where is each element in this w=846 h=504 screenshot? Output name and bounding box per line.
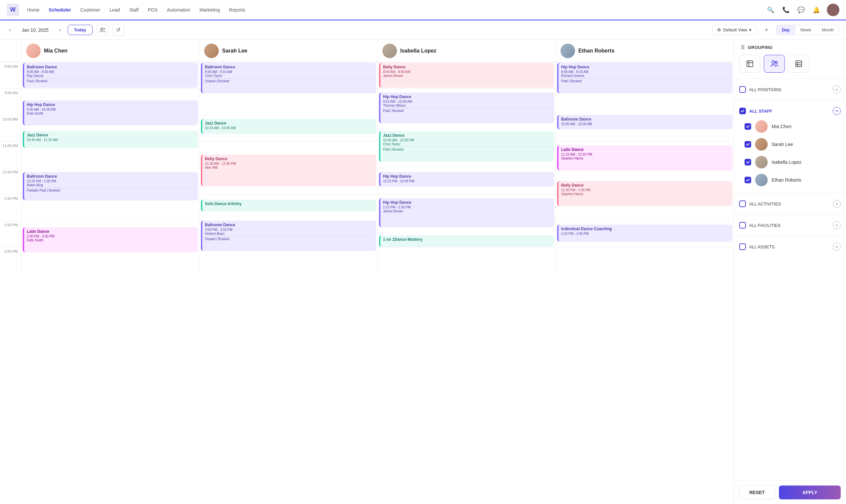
- event-latin-mia[interactable]: Latin Dance 2:30 PM - 3:30 PM Kells Smit…: [23, 227, 198, 252]
- all-positions-add[interactable]: +: [833, 86, 841, 93]
- event-title: Hip Hop Dance: [383, 94, 551, 99]
- building-icon-btn[interactable]: [739, 55, 760, 73]
- time-slot: 11:00 AM: [0, 141, 21, 168]
- grouping-title: GROUPING: [748, 45, 773, 50]
- prev-date-button[interactable]: ‹: [6, 26, 14, 34]
- reset-button[interactable]: RESET: [739, 486, 775, 499]
- nav-lead[interactable]: Lead: [110, 7, 120, 13]
- event-belly-sarah[interactable]: Belly Dance 11:30 AM - 12:45 PM Alex Wil…: [201, 155, 376, 186]
- svg-rect-13: [796, 61, 802, 67]
- event-staff: James Brown: [383, 74, 551, 78]
- event-title: Latin Dance: [27, 229, 195, 234]
- all-activities-checkbox[interactable]: [739, 200, 746, 207]
- event-hiphop-ethan[interactable]: Hip Hop Dance 8:00 AM - 9:15 AM Richard …: [557, 63, 732, 93]
- star-button[interactable]: ✦: [760, 24, 772, 36]
- event-jazz-mia[interactable]: Jazz Dance 10:45 AM - 11:15 AM: [23, 131, 198, 148]
- all-assets-label: ALL ASSETS: [749, 245, 775, 249]
- all-activities-row: ALL ACTIVITIES +: [739, 197, 841, 210]
- logo: W: [6, 4, 19, 16]
- event-title: Hip Hop Dance: [383, 174, 551, 179]
- event-title: Ballroom Dance: [27, 65, 195, 69]
- event-coaching-ethan[interactable]: Individual Dance Coaching 2:15 PM - 2:45…: [557, 224, 732, 242]
- all-facilities-checkbox[interactable]: [739, 222, 746, 229]
- event-title: Hip Hop Dance: [561, 65, 730, 69]
- sidebar-bottom: RESET APPLY: [734, 481, 846, 504]
- event-latin-ethan[interactable]: Latin Dance 11:15 AM - 12:15 PM Stephen …: [557, 145, 732, 170]
- staff-toggle-button[interactable]: [96, 24, 108, 36]
- event-solo-sarah[interactable]: Solo Dance Artistry: [201, 199, 376, 211]
- event-hiphop3-isabella[interactable]: Hip Hop Dance 1:15 PM - 2:30 PM James Br…: [379, 198, 554, 227]
- nav-scheduler[interactable]: Scheduler: [49, 7, 71, 13]
- nav-reports[interactable]: Reports: [229, 7, 245, 13]
- day-view-button[interactable]: Day: [777, 25, 795, 35]
- staff-name-ethan: Ethan Roberts: [578, 48, 614, 54]
- event-ballroom2-mia[interactable]: Ballroom Dance 12:20 PM - 1:30 PM Adam B…: [23, 172, 198, 200]
- event-belly-ethan[interactable]: Belly Dance 12:30 PM - 1:30 PM Stephen H…: [557, 181, 732, 206]
- all-assets-row: ALL ASSETS +: [739, 240, 841, 253]
- event-hiphop-isabella[interactable]: Hip Hop Dance 9:15 AM - 10:30 AM Thomas …: [379, 92, 554, 123]
- event-title: Individual Dance Coaching: [561, 227, 730, 231]
- nav-automation[interactable]: Automation: [167, 7, 190, 13]
- mia-checkbox[interactable]: [744, 123, 751, 130]
- all-facilities-add[interactable]: +: [833, 221, 841, 229]
- event-staff: Richard Greene: [561, 74, 730, 78]
- event-time: 10:45 AM - 11:15 AM: [27, 138, 195, 142]
- today-button[interactable]: Today: [68, 25, 92, 35]
- month-view-button[interactable]: Month: [816, 25, 839, 35]
- svg-point-12: [775, 61, 777, 64]
- event-hiphop2-isabella[interactable]: Hip Hop Dance 12:15 PM - 12:45 PM: [379, 172, 554, 186]
- event-time: 2:30 PM - 3:30 PM: [27, 234, 195, 238]
- nav-marketing[interactable]: Marketing: [199, 7, 220, 13]
- all-assets-checkbox[interactable]: [739, 244, 746, 250]
- event-jazz-sarah[interactable]: Jazz Dance 10:15 AM - 10:45 AM: [201, 119, 376, 134]
- next-date-button[interactable]: ›: [56, 26, 64, 34]
- staff-header-ethan: Ethan Roberts: [556, 40, 734, 62]
- event-1on1-isabella[interactable]: 1 on 1Dance Mastery: [379, 235, 554, 247]
- event-status: Partially Paid | Booked: [27, 187, 195, 192]
- event-ballroom2-sarah[interactable]: Ballroom Dance 2:00 PM - 3:15 PM Herbert…: [201, 221, 376, 251]
- sarah-checkbox[interactable]: [744, 141, 751, 148]
- event-staff: Thomas Wilson: [383, 104, 551, 107]
- refresh-button[interactable]: ↺: [112, 24, 124, 36]
- ethan-checkbox[interactable]: [744, 177, 751, 183]
- bell-icon[interactable]: 🔔: [812, 5, 821, 15]
- all-positions-checkbox[interactable]: [739, 86, 746, 93]
- isabella-checkbox[interactable]: [744, 159, 751, 165]
- event-title: Ballroom Dance: [561, 117, 730, 122]
- event-staff: James Brown: [383, 210, 551, 213]
- all-staff-minus[interactable]: −: [833, 107, 841, 115]
- user-avatar[interactable]: [827, 4, 840, 16]
- time-slot: 1:00 PM: [0, 194, 21, 221]
- week-view-button[interactable]: Week: [795, 25, 816, 35]
- phone-icon[interactable]: 📞: [781, 5, 791, 15]
- nav-pos[interactable]: POS: [148, 7, 158, 13]
- table-icon-btn[interactable]: [788, 55, 809, 73]
- event-jazz-isabella[interactable]: Jazz Dance 10:45 AM - 12:00 PM Chris Tay…: [379, 131, 554, 162]
- search-icon[interactable]: 🔍: [766, 5, 775, 15]
- all-staff-row: ALL STAFF −: [739, 104, 841, 118]
- day-column-ethan: Hip Hop Dance 8:00 AM - 9:15 AM Richard …: [556, 62, 734, 273]
- event-time: 10:15 AM - 10:45 AM: [205, 126, 373, 130]
- event-hiphop-mia[interactable]: Hip Hop Dance 9:30 AM - 10:30 AM Kells S…: [23, 101, 198, 126]
- whatsapp-icon[interactable]: 💬: [796, 5, 806, 15]
- staff-column-ethan: Ethan Roberts Hip Hop Dance 8:00: [556, 40, 734, 273]
- event-time: 11:30 AM - 12:45 PM: [205, 162, 373, 165]
- time-slot: 8:00 AM: [0, 62, 21, 89]
- apply-button[interactable]: APPLY: [779, 486, 841, 499]
- event-status: Paid | Booked: [561, 78, 730, 83]
- all-activities-add[interactable]: +: [833, 200, 841, 208]
- staff-column-isabella: Isabella Lopez Belly Dance 8:00: [377, 40, 556, 273]
- staff-name-isabella: Isabella Lopez: [400, 48, 436, 54]
- event-belly-isabella[interactable]: Belly Dance 8:00 AM - 9:00 AM James Brow…: [379, 63, 554, 88]
- event-ballroom-sarah[interactable]: Ballroom Dance 8:00 AM - 9:15 AM Chris T…: [201, 63, 376, 93]
- all-facilities-section: ALL FACILITIES +: [734, 216, 846, 234]
- nav-customer[interactable]: Customer: [80, 7, 101, 13]
- nav-home[interactable]: Home: [27, 7, 39, 13]
- nav-staff[interactable]: Staff: [129, 7, 139, 13]
- all-staff-checkbox[interactable]: [739, 108, 746, 114]
- staff-icon-btn[interactable]: [764, 55, 785, 73]
- filter-button[interactable]: ⚙ Default View ▾: [712, 25, 756, 35]
- event-ballroom-ethan[interactable]: Ballroom Dance 10:00 AM - 10:30 AM: [557, 115, 732, 129]
- all-assets-add[interactable]: +: [833, 243, 841, 251]
- event-ballroom-mia[interactable]: Ballroom Dance 8:00 AM - 9:00 AM Ray Gar…: [23, 63, 198, 88]
